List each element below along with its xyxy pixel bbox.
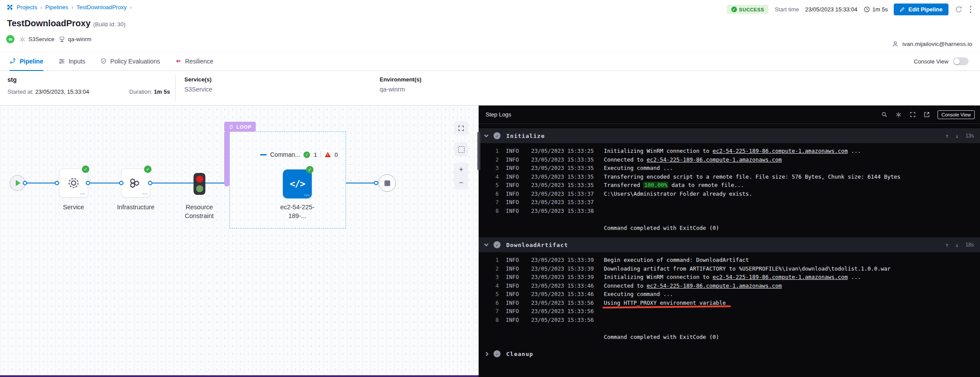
log-hostname-link[interactable]: ec2-54-225-189-86.compute-1.amazonaws.co… [712,274,848,280]
log-line-number: 1 [484,147,499,155]
gear-icon [19,36,26,43]
success-check-icon: ✓ [82,166,89,173]
services-label: Service(s) [184,76,212,83]
log-level: INFO [506,290,524,299]
start-time-value: 23/05/2023 15:33:04 [805,6,857,13]
reset-view-button[interactable] [454,142,468,156]
log-section-header[interactable]: ✓ Initialize ↑ ↓ 13s [479,128,980,143]
node-infrastructure[interactable]: ✓ </> [121,169,150,197]
chevron-down-icon [484,242,489,247]
connector-line [25,183,59,183]
loop-icon [229,124,234,130]
success-check-icon: ✓ [144,166,152,173]
search-icon[interactable] [881,111,888,118]
log-section-name: DownloadArtifact [506,242,568,248]
node-service[interactable]: ✓ </> [59,169,88,197]
node-command-step[interactable]: </> ✓ </> [283,169,312,198]
log-message: C:\Users\Administrator Folder already ex… [604,190,980,198]
service-tag: S3Service [19,36,54,43]
clock-icon [864,6,870,13]
log-timestamp: 23/05/2023 15:33:37 [531,198,597,207]
log-line: 2INFO23/05/2023 15:33:39Downloading arti… [479,264,980,273]
user-avatar-icon [892,40,899,48]
scroll-up-icon[interactable]: ↑ [945,242,949,248]
console-view-button[interactable]: Console View [938,110,975,119]
breadcrumb-link-pipelines[interactable]: Pipelines [45,4,68,11]
connector-line [152,183,194,183]
log-message: Using HTTP_PROXY environment variable [604,299,980,307]
tab-inputs[interactable]: Inputs [58,52,85,71]
node-resource-constraint[interactable] [194,173,205,195]
code-icon: </> [290,179,305,189]
environment-tag: qa-winrm [59,36,91,42]
breadcrumb-link-pipeline-name[interactable]: TestDownloadProxy [76,4,127,11]
log-hostname-link[interactable]: ec2-54-225-189-86.compute-1.amazonaws.co… [712,148,848,154]
log-hostname-link[interactable]: ec2-54-225-189-86.compute-1.amazonaws.co… [647,282,782,289]
node-label-infrastructure: Infrastructure [109,203,162,211]
edit-pipeline-button[interactable]: Edit Pipeline [894,4,948,15]
zoom-in-button[interactable]: + [454,162,468,176]
log-section-downloadartifact: ✓ DownloadArtifact ↑ ↓ 18s 1INFO23/05/20… [479,237,980,342]
progress-highlight: 100.00% [643,182,668,188]
red-light-icon [196,176,203,183]
loop-tag: LOOP [224,122,256,132]
log-line-number: 6 [484,190,499,198]
log-lines: 1INFO23/05/2023 15:33:25Initializing Win… [479,143,980,233]
log-hostname-link[interactable]: ec2-54-225-189-86.compute-1.amazonaws.co… [647,156,782,163]
refresh-button[interactable] [955,5,963,14]
log-level: INFO [506,264,524,273]
tab-policy-evaluations[interactable]: Policy Evaluations [100,52,160,71]
connector-port [86,181,90,185]
breadcrumb-link-projects[interactable]: Projects [17,4,37,11]
status-label: SUCCESS [739,7,764,12]
log-level: INFO [506,164,524,173]
log-level [506,333,524,342]
log-timestamp: 23/05/2023 15:33:56 [531,316,597,324]
scroll-up-icon[interactable]: ↑ [945,133,949,139]
tab-resilience[interactable]: Resilience [175,52,213,71]
started-at-label: Started at: [7,88,34,95]
stage-started: Started at: 23/05/2023, 15:33:04 [7,88,89,95]
log-timestamp [531,333,597,342]
inputs-icon [58,58,65,65]
pipeline-icon [10,58,16,64]
started-at-value: 23/05/2023, 15:33:04 [35,88,89,95]
console-view-toggle[interactable] [953,57,969,65]
log-line-number: 8 [484,207,499,215]
log-section-header[interactable]: ✓ Cleanup [479,346,980,361]
log-message: Transferring encoded script to a remote … [604,173,980,181]
duration-value: 1m 5s [154,88,170,95]
success-check-icon: ✓ [306,166,314,173]
environments-block: Environment(s) qa-winrm [380,76,421,93]
log-line-number: 7 [484,198,499,207]
fullscreen-button[interactable] [454,121,468,135]
scroll-down-icon[interactable]: ↓ [955,133,959,139]
panel-resize-handle[interactable] [477,132,480,170]
loop-step-name: Comman... [270,151,300,158]
more-options-button[interactable] [969,5,973,14]
log-message: Initializing WinRM connection to ec2-54-… [604,147,980,155]
log-timestamp: 23/05/2023 15:33:46 [531,282,597,290]
expand-panel-icon[interactable] [909,111,916,118]
loop-step-header[interactable]: Comman... ✓ 1 0 [260,151,338,158]
warning-triangle-icon [324,152,331,158]
view-tabs: Pipeline Inputs Policy Evaluations Resil… [0,52,980,71]
services-value: S3Service [184,86,212,93]
log-section-controls: ↑ ↓ 13s [945,133,974,139]
end-node[interactable] [378,174,396,192]
log-line: 2INFO23/05/2023 15:33:35Connected to ec2… [479,155,980,164]
log-level: INFO [506,198,524,207]
log-message: Transferred 100.00% data to remote file.… [604,181,980,190]
log-message: Initializing WinRM connection to ec2-54-… [604,273,980,282]
scroll-down-icon[interactable]: ↓ [955,242,959,248]
pipeline-canvas[interactable]: ✓ </> Service ✓ </> Infrastructure Reso [0,106,479,377]
log-settings-gear-icon[interactable] [895,111,902,118]
zoom-out-button[interactable]: − [454,176,468,190]
step-logs-header: Step Logs Console View [479,106,980,124]
log-section-header[interactable]: ✓ DownloadArtifact ↑ ↓ 18s [479,237,980,252]
green-light-icon [196,185,203,192]
log-timestamp: 23/05/2023 15:33:39 [531,256,597,264]
resilience-icon [175,58,181,64]
open-in-new-window-icon[interactable] [924,111,930,118]
tab-pipeline[interactable]: Pipeline [10,52,43,71]
